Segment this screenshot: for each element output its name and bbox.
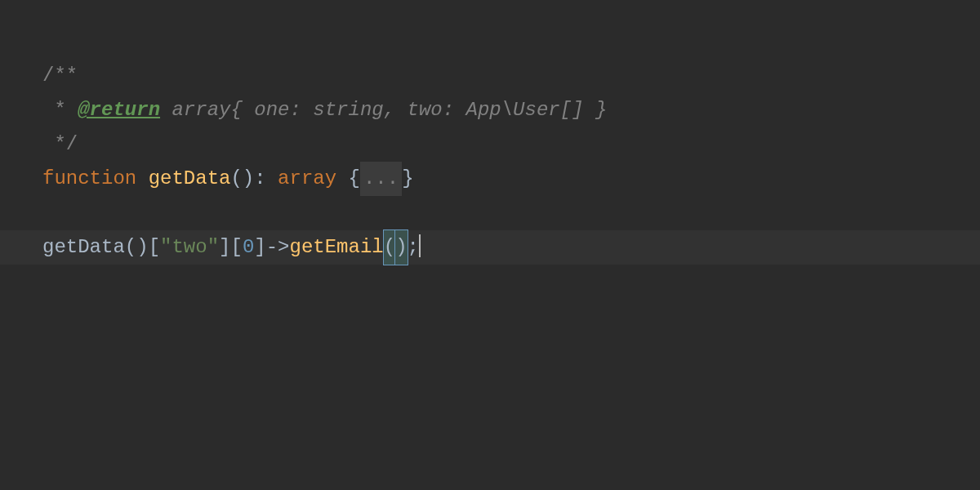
colon: : [254, 162, 278, 196]
code-editor[interactable]: /** * @return array{ one: string, two: A… [0, 0, 980, 490]
parens: () [230, 162, 254, 196]
punct: ()[ [125, 230, 160, 265]
number-literal: 0 [243, 230, 254, 265]
brace-open: { [349, 162, 360, 196]
space [136, 162, 148, 196]
code-line-active[interactable]: getData()["two"][0]->getEmail(); [0, 230, 980, 265]
punct: ]-> [254, 230, 289, 265]
matched-paren-open: ( [384, 230, 395, 265]
code-line[interactable]: function getData(): array {...} [0, 162, 980, 196]
method-call: getEmail [290, 230, 384, 265]
docblock-close: */ [42, 127, 78, 162]
docblock-open: /** [42, 59, 78, 93]
function-call: getData [42, 230, 125, 265]
docblock-type: array{ one: string, two: App\User[] } [160, 93, 607, 127]
code-line[interactable]: */ [0, 127, 980, 162]
matched-paren-close: ) [395, 230, 407, 265]
docblock-prefix: * [42, 93, 78, 127]
code-line[interactable]: * @return array{ one: string, two: App\U… [0, 93, 980, 127]
return-type: array [278, 162, 336, 196]
function-name: getData [149, 162, 231, 196]
brace-close: } [402, 162, 413, 196]
blank-line[interactable] [0, 196, 980, 230]
code-fold-placeholder[interactable]: ... [360, 162, 402, 196]
return-tag: @return [78, 93, 160, 127]
semicolon: ; [408, 230, 419, 265]
space [336, 162, 348, 196]
text-cursor [419, 234, 421, 257]
function-keyword: function [42, 162, 136, 196]
punct: ][ [219, 230, 243, 265]
string-literal: "two" [160, 230, 219, 265]
code-line[interactable]: /** [0, 59, 980, 93]
